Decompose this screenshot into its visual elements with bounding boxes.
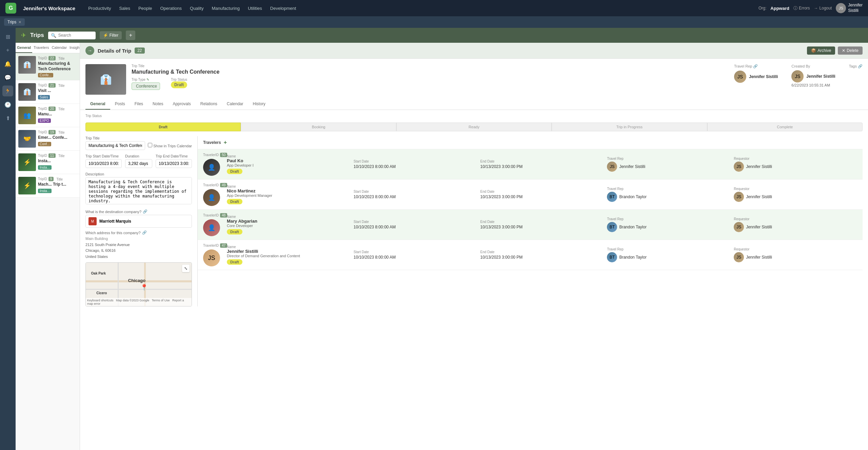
nav-productivity[interactable]: Productivity — [85, 4, 114, 13]
requestor-name-mary: Jennifer Sistilli — [746, 225, 772, 229]
trip-title-display: Manufacturing & Tech Conference — [132, 69, 729, 75]
archive-button[interactable]: 📦 Archive — [807, 46, 835, 55]
tab-calendar[interactable]: Calendar — [50, 43, 68, 53]
tab-relations[interactable]: Relations — [196, 99, 222, 110]
tab-approvals[interactable]: Approvals — [168, 99, 195, 110]
tab-posts[interactable]: Posts — [110, 99, 130, 110]
delete-button[interactable]: ✕ Delete — [838, 46, 863, 55]
tab-bar: Trips ✕ — [0, 16, 868, 28]
inner-layout: General Travelers Calendar Insights 👔 Tr… — [16, 43, 868, 450]
trip-item-21[interactable]: 👔 TripID 21 Title Visit ... Sales — [16, 80, 80, 104]
type-badge-19: Conf... — [38, 142, 51, 146]
tab-calendar[interactable]: Calendar — [222, 99, 248, 110]
add-button[interactable]: + — [126, 31, 135, 40]
user-name: JenniferSistilli — [848, 3, 863, 13]
add-traveler-button[interactable]: + — [224, 139, 227, 146]
end-date-field: Trip End Date/Time — [156, 154, 192, 168]
filter-button[interactable]: ⚡ Filter — [100, 31, 122, 39]
trip-info-11: TripID 11 Title Insta... Insta... — [38, 153, 77, 171]
travelers-header: Travelers + — [198, 136, 863, 149]
trip-title-input[interactable] — [85, 141, 145, 150]
nav-items: Productivity Sales People Operations Qua… — [85, 4, 752, 13]
tab-close-icon[interactable]: ✕ — [18, 20, 21, 24]
trip-info-9: TripID 9 Title Mach... Trip t... Insta..… — [38, 177, 77, 194]
travel-rep-section: Travel Rep 🔗 JS Jennifer Sistilli Create… — [734, 64, 863, 95]
nav-sales[interactable]: Sales — [116, 4, 134, 13]
grid-icon-btn[interactable]: ⊞ — [2, 31, 13, 42]
tab-history[interactable]: History — [248, 99, 270, 110]
company-row[interactable]: M Marriott Marquis — [85, 215, 192, 228]
tab-insights[interactable]: Insights — [68, 43, 80, 53]
trip-type-field: Trip Type ✎ Conference — [132, 78, 160, 90]
search-box[interactable]: 🔍 — [48, 32, 96, 39]
clock-icon-btn[interactable]: 🕐 — [2, 99, 13, 110]
trip-id-badge-20: 20 — [48, 107, 56, 111]
trip-type-value: Conference — [132, 82, 160, 90]
trip-item-20[interactable]: 👥 TripID 20 Title Manu... EXPO — [16, 104, 80, 127]
duration-input[interactable] — [125, 159, 152, 168]
tab-travelers[interactable]: Travelers — [32, 43, 50, 53]
nav-quality[interactable]: Quality — [186, 4, 207, 13]
top-navigation: G Jennifer's Workspace Productivity Sale… — [0, 0, 868, 16]
tab-trips[interactable]: General — [16, 43, 32, 53]
back-button[interactable]: → — [85, 46, 94, 55]
title-label-19: Title — [58, 131, 65, 134]
trip-item-11[interactable]: ⚡ TripID 11 Title Insta... Insta... — [16, 151, 80, 174]
search-input[interactable] — [58, 33, 93, 38]
trip-id-label-20: TripID — [38, 107, 47, 111]
requestor-name-paul: Jennifer Sistilli — [746, 164, 772, 169]
trip-info-22: TripID 22 Title Manufacturing & Tech Con… — [38, 56, 77, 77]
trip-id-badge-21: 21 — [48, 83, 56, 88]
step-in-progress: Trip in Progress — [552, 123, 707, 131]
destination-row: What is the destination company? 🔗 M Mar… — [85, 209, 192, 262]
list-panel: General Travelers Calendar Insights 👔 Tr… — [16, 43, 80, 450]
trip-form: Trip Title Show in Trips Calendar — [85, 136, 197, 306]
logout-button[interactable]: → Logout — [814, 6, 832, 11]
trip-thumbnail-21: 👔 — [18, 83, 36, 101]
map-expand-button[interactable]: ⤡ — [182, 265, 190, 272]
map-container[interactable]: Oak Park Chicago Cicero 📍 ⤡ Keyboard sho… — [85, 262, 192, 306]
page-header: ✈ Trips 🔍 ⚡ Filter + — [16, 28, 868, 43]
traveler-status-paul: Draft — [227, 169, 242, 174]
trip-item-22[interactable]: 👔 TripID 22 Title Manufacturing & Tech C… — [16, 53, 80, 80]
trips-tab[interactable]: Trips ✕ — [4, 18, 25, 26]
marriott-logo: M — [88, 217, 97, 225]
tab-notes[interactable]: Notes — [148, 99, 168, 110]
chat-icon-btn[interactable]: 💬 — [2, 72, 13, 83]
plus-icon-btn[interactable]: + — [2, 45, 13, 56]
top-nav-right: Org: Appward ⓘ Errors → Logout JS Jennif… — [758, 3, 863, 13]
type-badge-9: Insta... — [38, 189, 52, 193]
bell-icon-btn[interactable]: 🔔 — [2, 58, 13, 69]
page-title: Trips — [30, 32, 44, 39]
tab-general[interactable]: General — [85, 99, 110, 110]
show-in-trips-checkbox[interactable] — [148, 143, 152, 147]
start-date-input[interactable] — [85, 159, 122, 168]
date-row: Trip Start Date/Time Duration Trip End D… — [85, 154, 192, 172]
runner-icon-btn[interactable]: 🏃 — [2, 86, 13, 96]
end-date-input[interactable] — [156, 159, 192, 168]
trips-icon: ✈ — [21, 32, 26, 39]
trip-item-9[interactable]: ⚡ TripID 9 Title Mach... Trip t... Insta… — [16, 174, 80, 198]
trip-id-badge-11: 11 — [48, 153, 56, 158]
nav-utilities[interactable]: Utilities — [244, 4, 265, 13]
traveler-avatar-paul: 👤 — [203, 159, 220, 176]
type-badge-22: Confe... — [38, 73, 53, 77]
trip-title-20: Manu... — [38, 112, 77, 117]
nav-development[interactable]: Development — [267, 4, 300, 13]
trip-status-prog-label: Trip Status — [85, 114, 863, 118]
upload-icon-btn[interactable]: ⬆ — [2, 113, 13, 124]
description-textarea[interactable]: Manufacturing & Tech Conference is hosti… — [85, 177, 192, 204]
nav-operations[interactable]: Operations — [157, 4, 185, 13]
errors-button[interactable]: ⓘ Errors — [793, 5, 810, 11]
traveler-role-jennifer: Director of Demand Generation and Conten… — [227, 254, 350, 258]
trip-item-19[interactable]: 🤝 TripID 19 Title Emer... Confe... Conf.… — [16, 127, 80, 151]
icon-sidebar: ⊞ + 🔔 💬 🏃 🕐 ⬆ — [0, 28, 16, 450]
tab-files[interactable]: Files — [130, 99, 148, 110]
user-info: JS JenniferSistilli — [836, 3, 863, 13]
detail-action-buttons: 📦 Archive ✕ Delete — [807, 46, 863, 55]
nav-people[interactable]: People — [135, 4, 155, 13]
trip-title-11: Insta... — [38, 158, 77, 164]
nav-manufacturing[interactable]: Manufacturing — [208, 4, 243, 13]
app-logo[interactable]: G — [5, 3, 16, 14]
rep-name-mary: Brandon Taylor — [619, 225, 647, 229]
